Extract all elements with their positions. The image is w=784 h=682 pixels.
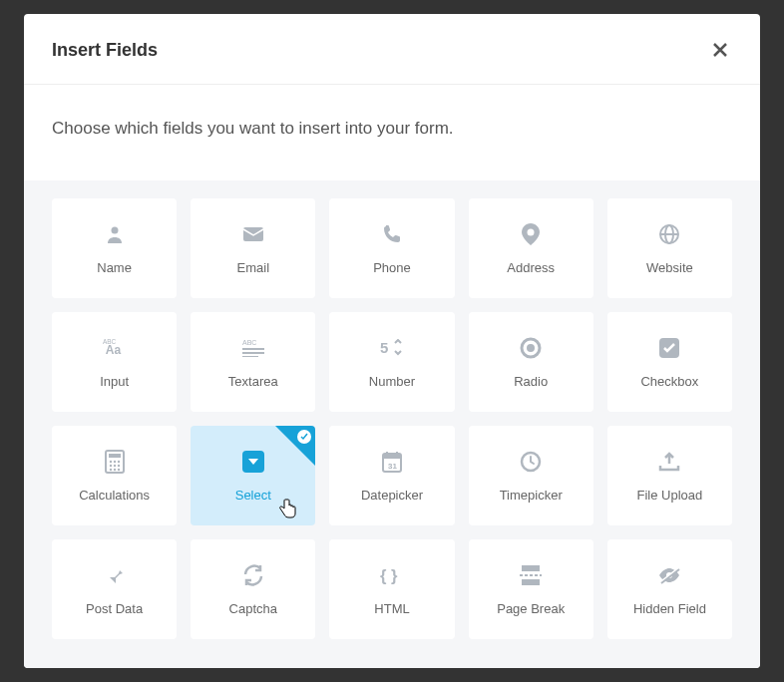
field-tile-radio[interactable]: Radio	[469, 312, 593, 412]
svg-text:Aa: Aa	[105, 343, 121, 357]
svg-point-20	[117, 460, 119, 462]
modal-header: Insert Fields	[24, 14, 760, 85]
select-icon	[241, 450, 265, 474]
field-tile-label: Page Break	[497, 601, 565, 616]
cursor-pointer-icon	[279, 498, 297, 519]
field-tile-address[interactable]: Address	[469, 198, 593, 298]
svg-point-23	[117, 464, 119, 466]
field-tile-label: Select	[235, 488, 271, 503]
field-tile-label: Timepicker	[500, 488, 563, 503]
field-tile-label: Hidden Field	[633, 601, 706, 616]
field-tile-label: Datepicker	[361, 488, 423, 503]
clock-icon	[519, 450, 543, 474]
svg-point-26	[117, 468, 119, 470]
svg-rect-28	[383, 454, 401, 459]
calendar-icon: 31	[380, 450, 404, 474]
field-tile-label: Number	[369, 374, 415, 389]
field-tile-textarea[interactable]: ABCTextarea	[191, 312, 315, 412]
modal-title: Insert Fields	[52, 40, 158, 61]
field-tile-calculations[interactable]: Calculations	[52, 426, 177, 525]
svg-rect-1	[243, 227, 263, 241]
field-tile-label: HTML	[374, 601, 409, 616]
mail-icon	[241, 222, 265, 246]
field-tile-input[interactable]: ABCAaInput	[52, 312, 177, 412]
number-icon: 5	[380, 336, 404, 360]
field-tile-phone[interactable]: Phone	[329, 198, 454, 298]
svg-rect-17	[109, 454, 121, 458]
eyeoff-icon	[657, 563, 681, 587]
field-tile-captcha[interactable]: Captcha	[191, 539, 315, 639]
field-tile-label: Calculations	[79, 488, 150, 503]
braces-icon: { }	[380, 563, 404, 587]
pin-icon	[519, 222, 543, 246]
person-icon	[103, 222, 127, 246]
input-icon: ABCAa	[103, 336, 127, 360]
field-tile-number[interactable]: 5Number	[329, 312, 454, 412]
checkbox-icon	[657, 336, 681, 360]
close-icon	[712, 42, 728, 58]
field-tile-label: Name	[97, 260, 132, 275]
field-tile-label: Input	[100, 374, 129, 389]
field-tile-label: Radio	[514, 374, 548, 389]
field-tile-html[interactable]: { }HTML	[329, 539, 454, 639]
field-tile-pagebreak[interactable]: Page Break	[469, 539, 593, 639]
field-tile-label: Checkbox	[640, 374, 698, 389]
svg-point-0	[111, 226, 118, 233]
svg-point-21	[109, 464, 111, 466]
field-tile-label: File Upload	[637, 488, 703, 503]
field-tile-label: Address	[507, 260, 555, 275]
field-tile-website[interactable]: Website	[607, 198, 732, 298]
phone-icon	[380, 222, 404, 246]
upload-icon	[657, 450, 681, 474]
svg-text:{ }: { }	[380, 565, 398, 584]
fields-grid-container: NameEmailPhoneAddressWebsiteABCAaInputAB…	[24, 180, 760, 668]
svg-point-22	[113, 464, 115, 466]
svg-rect-36	[522, 579, 540, 585]
modal-subtitle: Choose which fields you want to insert i…	[24, 85, 760, 180]
svg-point-14	[527, 344, 535, 352]
svg-point-19	[113, 460, 115, 462]
svg-text:31: 31	[388, 462, 397, 471]
field-tile-timepicker[interactable]: Timepicker	[469, 426, 593, 525]
globe-icon	[657, 222, 681, 246]
field-tile-label: Post Data	[86, 601, 143, 616]
calculator-icon	[103, 450, 127, 474]
svg-rect-34	[522, 565, 540, 571]
field-tile-label: Captcha	[229, 601, 277, 616]
field-tile-postdata[interactable]: Post Data	[52, 539, 177, 639]
svg-point-18	[109, 460, 111, 462]
insert-fields-modal: Insert Fields Choose which fields you wa…	[24, 14, 760, 668]
radio-icon	[519, 336, 543, 360]
svg-text:ABC: ABC	[242, 339, 256, 346]
field-tile-label: Email	[237, 260, 270, 275]
textarea-icon: ABC	[241, 336, 265, 360]
field-tile-datepicker[interactable]: 31Datepicker	[329, 426, 454, 525]
fields-grid: NameEmailPhoneAddressWebsiteABCAaInputAB…	[52, 198, 732, 639]
refresh-icon	[241, 563, 265, 587]
svg-point-24	[109, 468, 111, 470]
field-tile-label: Phone	[373, 260, 411, 275]
field-tile-fileupload[interactable]: File Upload	[607, 426, 732, 525]
svg-point-25	[113, 468, 115, 470]
svg-text:5: 5	[380, 339, 388, 356]
pagebreak-icon	[519, 563, 543, 587]
field-tile-name[interactable]: Name	[52, 198, 177, 298]
close-button[interactable]	[708, 38, 732, 62]
field-tile-select[interactable]: Select	[191, 426, 315, 525]
pushpin-icon	[103, 563, 127, 587]
svg-point-2	[528, 228, 535, 235]
field-tile-label: Website	[646, 260, 693, 275]
field-tile-hiddenfield[interactable]: Hidden Field	[607, 539, 732, 639]
field-tile-email[interactable]: Email	[191, 198, 315, 298]
field-tile-label: Textarea	[228, 374, 278, 389]
field-tile-checkbox[interactable]: Checkbox	[607, 312, 732, 412]
